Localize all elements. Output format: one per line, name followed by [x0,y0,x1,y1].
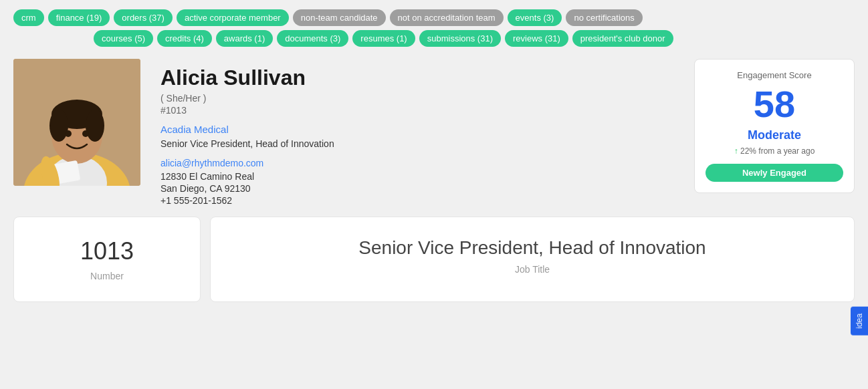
tag-president-s-club-donor[interactable]: president's club donor [572,30,673,47]
svg-point-9 [65,130,72,137]
svg-point-8 [86,110,104,142]
profile-name: Alicia Sullivan [160,66,674,90]
tag-active-corporate-member[interactable]: active corporate member [177,9,289,26]
stat-jobtitle-value: Senior Vice President, Head of Innovatio… [224,237,841,259]
engagement-change-text: 22% from a year ago [740,146,815,156]
stat-card-jobtitle: Senior Vice President, Head of Innovatio… [210,217,855,302]
svg-point-7 [49,110,68,142]
profile-area: Alicia Sullivan ( She/Her ) #1013 Acadia… [0,52,868,217]
tag-non-team-candidate[interactable]: non-team candidate [293,9,386,26]
engagement-level: Moderate [706,128,843,142]
idea-tab[interactable]: idea [851,307,868,336]
profile-email[interactable]: alicia@rhythmdemo.com [160,158,674,168]
profile-id: #1013 [160,105,674,116]
tag-crm[interactable]: crm [13,9,44,26]
profile-photo [13,59,140,186]
tag-reviews--31-[interactable]: reviews (31) [505,30,568,47]
tag-credits--4-[interactable]: credits (4) [157,30,212,47]
stat-card-number: 1013 Number [13,217,201,302]
engagement-change: ↑ 22% from a year ago [706,146,843,156]
engagement-score-title: Engagement Score [706,70,843,80]
tag-awards--1-[interactable]: awards (1) [216,30,273,47]
tag-submissions--31-[interactable]: submissions (31) [419,30,501,47]
engagement-score-value: 58 [706,86,843,123]
tag-resumes--1-[interactable]: resumes (1) [352,30,415,47]
stats-area: 1013 Number Senior Vice President, Head … [0,217,868,315]
tag-orders--37-[interactable]: orders (37) [114,9,173,26]
tag-no-certifications[interactable]: no certifications [566,9,642,26]
engagement-badge: Newly Engaged [706,164,843,182]
stat-jobtitle-label: Job Title [224,264,841,275]
profile-info: Alicia Sullivan ( She/Her ) #1013 Acadia… [160,59,674,206]
profile-phone: +1 555-201-1562 [160,195,674,206]
profile-company[interactable]: Acadia Medical [160,124,674,135]
profile-address1: 12830 El Camino Real [160,171,674,182]
profile-address2: San Diego, CA 92130 [160,183,674,194]
tag-not-on-accreditation-team[interactable]: not on accreditation team [390,9,504,26]
engagement-card: Engagement Score 58 Moderate ↑ 22% from … [694,59,855,193]
profile-title: Senior Vice President, Head of Innovatio… [160,138,674,151]
tag-finance--19-[interactable]: finance (19) [48,9,110,26]
profile-pronouns: ( She/Her ) [160,93,674,104]
stat-number-label: Number [27,271,187,281]
tag-documents--3-[interactable]: documents (3) [277,30,348,47]
tag-courses--5-[interactable]: courses (5) [94,30,153,47]
arrow-up-icon: ↑ [734,146,738,156]
svg-point-10 [82,130,89,137]
tag-events--3-[interactable]: events (3) [508,9,562,26]
stat-number-value: 1013 [27,237,187,265]
tags-area: crmfinance (19)orders (37)active corpora… [0,0,868,52]
